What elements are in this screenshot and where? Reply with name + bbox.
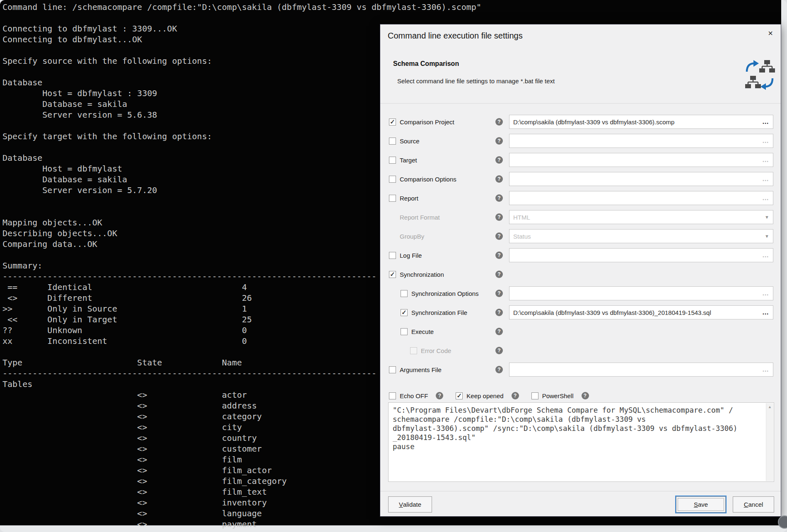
browse-icon[interactable]: … [762, 118, 769, 126]
field-row-report: Report ? … [380, 189, 781, 208]
help-icon[interactable]: ? [436, 392, 443, 399]
field-control [509, 343, 773, 358]
help-icon[interactable]: ? [495, 366, 503, 373]
field-row-log-file: Log File ? … [380, 246, 781, 265]
checkbox-synchronization[interactable]: ✓ [389, 271, 396, 278]
checkbox-comparison-project[interactable]: ✓ [389, 118, 396, 126]
select-report-format: HTML▼ [509, 210, 773, 224]
checkbox-report[interactable] [389, 195, 396, 202]
browse-icon[interactable]: … [762, 251, 769, 259]
browse-icon[interactable]: … [762, 366, 769, 373]
save-button[interactable]: Save [676, 496, 726, 513]
bat-option-echo-off: Echo OFF ? [389, 392, 443, 399]
field-control: … [509, 153, 773, 167]
browse-icon[interactable]: … [762, 309, 769, 316]
field-control: D:\comp\sakila (dbfmylast-3309 vs dbfmyl… [509, 305, 773, 319]
header-subtitle: Select command line file settings to man… [397, 77, 555, 85]
checkbox-keep-opened[interactable]: ✓ [456, 392, 463, 399]
field-control [509, 267, 773, 281]
checkbox-error-code [410, 347, 417, 354]
help-icon[interactable]: ? [495, 194, 503, 202]
field-control: … [509, 172, 773, 186]
help-icon[interactable]: ? [495, 118, 503, 126]
field-label: Synchronization Options [411, 290, 479, 297]
cancel-button[interactable]: Cancel [733, 496, 774, 513]
checkbox-powershell[interactable] [531, 392, 538, 399]
input-target[interactable]: … [509, 153, 773, 167]
bat-file-text-area[interactable]: "C:\Program Files\Devart\dbForge Schema … [388, 402, 774, 482]
field-control: HTML▼ [509, 210, 773, 224]
field-row-report-format: Report Format ? HTML▼ [380, 208, 781, 227]
checkbox-execute[interactable] [401, 328, 408, 335]
checkbox-target[interactable] [389, 157, 396, 164]
field-row-synchronization: ✓ Synchronization ? [380, 265, 781, 284]
checkbox-source[interactable] [389, 138, 396, 145]
field-row-comparison-options: Comparison Options ? … [380, 169, 781, 189]
input-synchronization-options[interactable]: … [509, 286, 773, 300]
bat-option-powershell: PowerShell ? [531, 392, 589, 399]
input-comparison-options[interactable]: … [509, 172, 773, 186]
footer-separator [380, 491, 781, 491]
help-icon[interactable]: ? [495, 328, 503, 335]
scroll-up-icon[interactable]: ▲ [766, 405, 773, 409]
browse-icon[interactable]: … [762, 290, 769, 297]
field-label: Execute [411, 328, 434, 335]
checkbox-comparison-options[interactable] [389, 176, 396, 183]
help-icon[interactable]: ? [495, 271, 503, 278]
input-value-comparison-project: D:\comp\sakila (dbfmylast-3309 vs dbfmyl… [513, 118, 762, 126]
browse-icon[interactable]: … [762, 156, 769, 164]
field-row-error-code: Error Code ? [380, 341, 781, 360]
help-icon[interactable]: ? [582, 392, 589, 399]
help-icon[interactable]: ? [495, 290, 503, 297]
field-control: Status▼ [509, 229, 773, 243]
bat-options-row: Echo OFF ? ✓ Keep opened ? PowerShell ? [389, 389, 601, 403]
field-row-groupby: GroupBy ? Status▼ [380, 227, 781, 246]
input-report[interactable]: … [509, 191, 773, 205]
help-icon[interactable]: ? [495, 137, 503, 145]
help-icon[interactable]: ? [495, 213, 503, 221]
dialog-title: Command line execution file settings [388, 31, 523, 41]
field-label: Synchronization [400, 271, 444, 278]
browse-icon[interactable]: … [762, 194, 769, 202]
chevron-down-icon: ▼ [765, 234, 769, 239]
select-groupby: Status▼ [509, 229, 773, 243]
textarea-scrollbar[interactable]: ▲ [766, 403, 773, 481]
browse-icon[interactable]: … [762, 175, 769, 183]
input-log-file[interactable]: … [509, 248, 773, 262]
field-row-source: Source ? … [380, 131, 781, 150]
checkbox-synchronization-options[interactable] [401, 290, 408, 297]
field-control: … [509, 134, 773, 148]
browse-icon[interactable]: … [762, 137, 769, 145]
field-control: … [509, 191, 773, 205]
field-label: Log File [400, 252, 422, 259]
field-label: Error Code [421, 347, 451, 354]
schema-compare-icon [744, 58, 776, 92]
checkbox-synchronization-file[interactable]: ✓ [401, 309, 408, 316]
help-icon[interactable]: ? [495, 175, 503, 183]
field-row-synchronization-file: ✓ Synchronization File ? D:\comp\sakila … [380, 303, 781, 322]
checkbox-log-file[interactable] [389, 252, 396, 259]
bat-file-text: "C:\Program Files\Devart\dbForge Schema … [389, 403, 774, 451]
header-separator [380, 103, 781, 104]
field-control [509, 324, 773, 339]
field-label: Target [400, 157, 417, 164]
field-label: Report Format [400, 214, 440, 221]
chevron-down-icon: ▼ [765, 215, 769, 220]
checkbox-arguments-file[interactable] [389, 366, 396, 373]
input-source[interactable]: … [509, 134, 773, 148]
input-comparison-project[interactable]: D:\comp\sakila (dbfmylast-3309 vs dbfmyl… [509, 115, 773, 129]
help-icon[interactable]: ? [495, 156, 503, 164]
validate-button[interactable]: Validate [388, 496, 432, 513]
checkbox-echo-off[interactable] [389, 392, 396, 399]
option-label: Keep opened [466, 392, 503, 399]
help-icon[interactable]: ? [495, 309, 503, 316]
fields-list: ✓ Comparison Project ? D:\comp\sakila (d… [380, 112, 781, 379]
select-value-report-format: HTML [513, 214, 765, 221]
help-icon[interactable]: ? [512, 392, 519, 399]
help-icon[interactable]: ? [495, 232, 503, 240]
input-synchronization-file[interactable]: D:\comp\sakila (dbfmylast-3309 vs dbfmyl… [509, 305, 773, 319]
help-icon[interactable]: ? [495, 347, 503, 354]
close-icon[interactable]: × [764, 27, 777, 39]
input-arguments-file[interactable]: … [509, 363, 773, 377]
help-icon[interactable]: ? [495, 251, 503, 259]
